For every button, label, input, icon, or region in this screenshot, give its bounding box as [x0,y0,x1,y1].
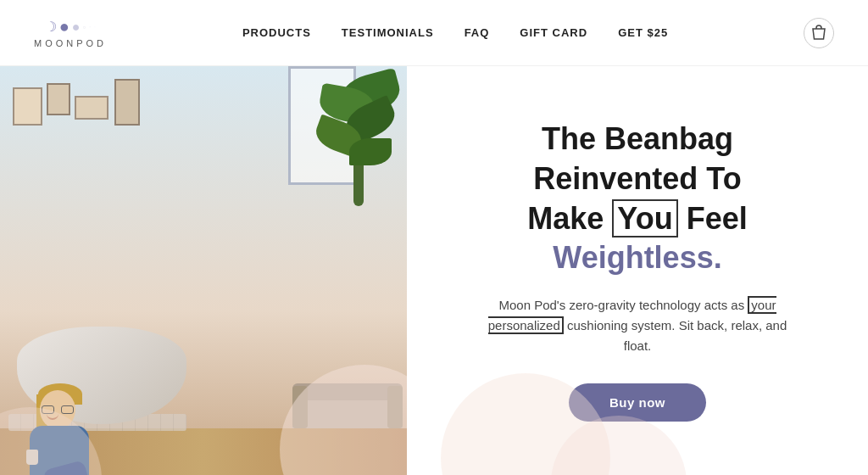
main-content: The Beanbag Reinvented To Make You Feel … [0,66,868,475]
wall-art-2 [47,83,70,115]
weightless-text: Weightless. [553,240,721,275]
plant [315,70,400,206]
nav-products[interactable]: PRODUCTS [242,26,311,39]
wall-art-3 [75,96,108,120]
hero-title: The Beanbag Reinvented To Make You Feel … [458,120,817,278]
hero-description: Moon Pod's zero-gravity technology acts … [476,295,798,356]
hero-image-panel [0,66,407,475]
nav-gift-card[interactable]: GIFT CARD [520,26,587,39]
wall-art-4 [114,79,140,126]
hero-text-panel: The Beanbag Reinvented To Make You Feel … [407,66,868,475]
site-header: ☽ ● ● ◦ · · MOONPOD PRODUCTS TESTIMONIAL… [0,0,868,66]
logo[interactable]: ☽ ● ● ◦ · · MOONPOD [34,17,107,48]
nav-testimonials[interactable]: TESTIMONIALS [342,26,434,39]
cart-button[interactable] [804,18,834,48]
main-nav: PRODUCTS TESTIMONIALS FAQ GIFT CARD GET … [242,26,668,39]
shopping-bag-icon [811,25,826,42]
you-highlight: You [612,199,677,238]
logo-text: MOONPOD [34,38,107,48]
wall-art-1 [13,87,42,126]
hero-photo [0,66,407,475]
nav-faq[interactable]: FAQ [465,26,490,39]
nav-get25[interactable]: GET $25 [618,26,668,39]
logo-icon: ☽ ● ● ◦ · · [45,17,97,36]
